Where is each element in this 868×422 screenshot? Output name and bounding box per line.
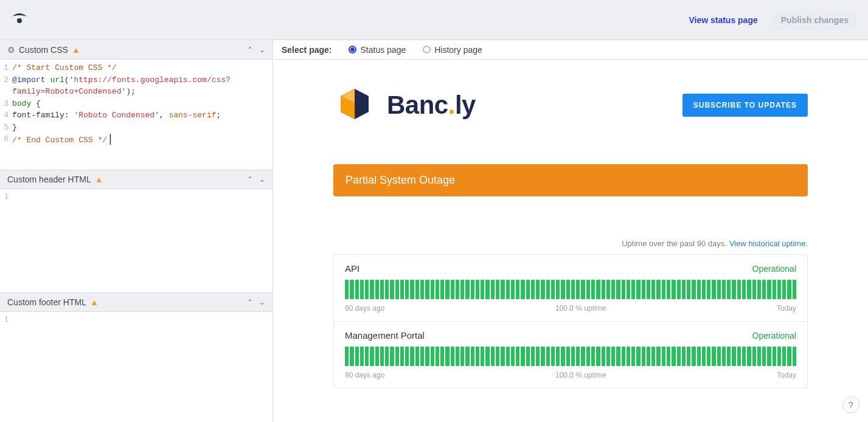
service-row: API Operational 90 days ago 100.0 % upti… [334,255,807,321]
header-html-editor[interactable]: 1 [0,189,273,292]
line-number: 2 [0,74,11,98]
gear-icon: ⚙ [7,45,15,55]
status-banner: Partial System Outage [333,164,808,196]
warning-icon: ▲ [72,45,80,55]
range-end: Today [777,371,796,379]
service-state: Operational [752,264,796,274]
line-number: 3 [0,98,11,110]
warning-icon: ▲ [90,297,99,307]
line-number: 6 [0,133,11,147]
brand-name: Banc.ly [387,91,476,120]
page-selector: Select page: Status page History page [273,40,868,60]
uptime-bars [345,280,796,299]
uptime-bars [345,347,796,366]
uptime-percent: 100.0 % uptime [384,371,777,379]
radio-dot-icon [423,46,431,54]
line-number: 1 [0,62,11,74]
collapse-up-icon[interactable]: ⌃ [247,298,253,306]
left-panel: ⚙ Custom CSS ▲ ⌃ ⌄ 1/* Start Custom CSS … [0,40,273,422]
warning-icon: ▲ [95,175,103,184]
app-logo [11,13,28,27]
line-number: 1 [0,314,11,323]
line-number: 5 [0,122,11,134]
subscribe-button[interactable]: SUBSCRIBE TO UPDATES [682,94,808,117]
collapse-up-icon[interactable]: ⌃ [247,46,253,54]
panel-header-css[interactable]: ⚙ Custom CSS ▲ ⌃ ⌄ [0,40,273,60]
panel-title: Custom footer HTML [7,297,86,307]
brand-row: Banc.ly SUBSCRIBE TO UPDATES [333,83,808,128]
select-page-label: Select page: [282,45,332,55]
line-number: 1 [0,192,11,201]
panel-header-headerhtml[interactable]: Custom header HTML ▲ ⌃ ⌄ [0,170,273,189]
service-row: Management Portal Operational 90 days ag… [334,321,807,388]
publish-button: Publish changes [773,10,857,30]
service-name: Management Portal [345,330,425,341]
help-button[interactable]: ? [842,396,859,413]
panel-header-footerhtml[interactable]: Custom footer HTML ▲ ⌃ ⌄ [0,292,273,312]
collapse-down-icon[interactable]: ⌄ [259,46,265,54]
preview-pane: Banc.ly SUBSCRIBE TO UPDATES Partial Sys… [273,60,868,422]
radio-history-page[interactable]: History page [423,45,482,55]
collapse-up-icon[interactable]: ⌃ [247,175,253,184]
service-name: API [345,263,359,274]
footer-html-editor[interactable]: 1 [0,312,273,422]
view-historical-link[interactable]: View historical uptime. [729,239,808,248]
css-editor[interactable]: 1/* Start Custom CSS */ 2@import url('ht… [0,60,273,170]
svg-point-0 [17,18,22,23]
service-state: Operational [752,331,796,341]
line-number: 4 [0,109,11,122]
right-panel: Select page: Status page History page [273,40,868,422]
panel-title: Custom header HTML [7,175,91,184]
range-start: 90 days ago [345,371,384,379]
radio-dot-icon [349,46,356,54]
collapse-down-icon[interactable]: ⌄ [259,298,265,306]
collapse-down-icon[interactable]: ⌄ [259,175,265,184]
panel-title: Custom CSS [19,45,68,55]
brand-logo-icon [333,83,376,128]
radio-label: History page [434,45,482,55]
range-end: Today [777,304,796,313]
services-list: API Operational 90 days ago 100.0 % upti… [333,254,808,389]
uptime-note: Uptime over the past 90 days. View histo… [333,239,808,248]
view-status-link[interactable]: View status page [689,15,757,25]
radio-label: Status page [360,45,406,55]
uptime-percent: 100.0 % uptime [384,304,777,313]
range-start: 90 days ago [345,304,384,313]
topbar: View status page Publish changes [0,0,868,40]
radio-status-page[interactable]: Status page [349,45,406,55]
